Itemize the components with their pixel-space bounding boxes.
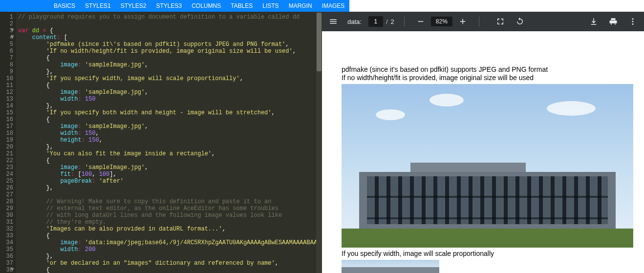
editor-code[interactable]: // playground requires you to assign doc… [16,12,316,273]
print-icon[interactable] [607,15,620,28]
download-icon[interactable] [587,15,600,28]
page-total: 2 [391,18,394,25]
pdf-preview-pane: data: / 2 82% pdfmake [322,12,644,273]
more-icon[interactable] [626,15,639,28]
zoom-out-icon[interactable] [414,15,427,28]
pdf-toolbar: data: / 2 82% [322,12,644,31]
tab-images[interactable]: IMAGES [317,0,350,12]
scrollbar-thumb[interactable] [317,13,322,71]
svg-point-1 [632,21,634,22]
svg-point-2 [632,23,634,25]
editor-gutter: 1234567891011121314151617181920212223242… [0,12,16,273]
pdf-image [342,84,633,248]
pdf-text-line: If no width/height/fit is provided, imag… [322,74,644,82]
pdf-image-small [342,260,439,273]
tab-columns[interactable]: COLUMNS [187,0,226,12]
code-editor-pane[interactable]: 1234567891011121314151617181920212223242… [0,12,322,273]
tab-lists[interactable]: LISTS [258,0,283,12]
pdf-text-line: pdfmake (since it's based on pdfkit) sup… [322,65,644,74]
tab-styles2[interactable]: STYLES2 [116,0,151,12]
pdf-text-line: If you specify width, image will scale p… [322,250,644,258]
tab-tables[interactable]: TABLES [226,0,258,12]
page-number-input[interactable] [368,16,383,27]
rotate-icon[interactable] [514,15,526,28]
print-link[interactable]: PRINT [483,0,500,1]
pdf-page-view[interactable]: pdfmake (since it's based on pdfkit) sup… [322,31,644,273]
tab-styles3[interactable]: STYLES3 [151,0,187,12]
zoom-in-icon[interactable] [456,15,469,28]
pdf-filename: data: [347,18,362,25]
page-separator: / [386,18,388,25]
tab-margin[interactable]: MARGIN [284,0,317,12]
editor-scrollbar[interactable] [316,12,322,273]
menu-icon[interactable] [327,15,340,28]
svg-point-0 [632,18,634,20]
tab-basics[interactable]: BASICS [49,0,80,12]
example-tabs: BASICSSTYLES1STYLES2STYLES3COLUMNSTABLES… [49,0,349,12]
fit-page-icon[interactable] [494,15,507,28]
zoom-value[interactable]: 82% [431,17,452,26]
tab-styles1[interactable]: STYLES1 [80,0,116,12]
top-tab-bar: BASICSSTYLES1STYLES2STYLES3COLUMNSTABLES… [0,0,644,12]
